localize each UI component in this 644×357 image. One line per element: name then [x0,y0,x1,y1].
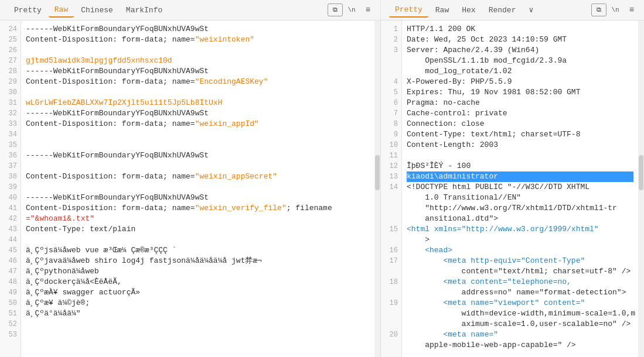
code-line: ä¸Çºdockerçä¼å<ÈëÅëÃ, [26,277,370,287]
tab-render-res[interactable]: Render [483,4,522,17]
line-number: 45 [0,245,21,256]
line-number: 29 [0,77,21,87]
code-line [26,161,370,171]
code-line: ------WebKitFormBoundaryYFoqBUNxhUVA9wSt [26,24,370,35]
line-number [381,193,401,203]
code-line: <!DOCTYPE html PUBLIC "-//W3C//DTD XHTML [407,182,633,193]
response-panel: Pretty Raw Hex Render ∨ ⧉ \n ≡ 123456789… [381,0,644,357]
code-line: Content-Type: text/html; charset=UTF-8 [407,129,633,140]
code-line: width=device-width,minimum-scale=1.0,m [407,308,633,319]
code-line: <head> [407,245,633,256]
line-number: 41 [0,203,21,214]
code-line: Content-Type: text/plain [26,224,370,235]
line-number: 40 [0,193,21,203]
tab-raw-req[interactable]: Raw [49,3,74,18]
line-number: 26 [0,45,21,56]
tab-chinese-req[interactable]: Chinese [75,4,119,17]
code-line [26,182,370,193]
line-number: 34 [0,129,21,140]
line-number [381,266,401,277]
line-number: 53 [0,329,21,340]
line-number: 39 [0,182,21,193]
line-number: 10 [381,140,401,150]
line-number [381,319,401,329]
line-number: 16 [381,245,401,256]
line-number: 43 [0,224,21,235]
copy-icon-req[interactable]: ⧉ [328,4,343,16]
line-number: 15 [381,224,401,235]
line-number [381,203,401,214]
tab-hex-res[interactable]: Hex [456,4,481,17]
wrap-icon-res[interactable]: \n [608,2,623,18]
line-number: 25 [0,35,21,45]
request-line-numbers: 2425262728293031323334353637383940414243… [0,20,21,357]
line-number: 5 [381,87,401,98]
tab-expand-res[interactable]: ∨ [523,3,539,17]
tab-raw-res[interactable]: Raw [430,4,455,17]
request-panel: Pretty Raw Chinese MarkInfo ⧉ \n ≡ 24252… [0,0,381,357]
line-number: 13 [381,171,401,182]
code-line [26,129,370,140]
tab-pretty-req[interactable]: Pretty [8,4,47,17]
code-line: Expires: Thu, 19 Nov 1981 08:52:00 GMT [407,87,633,98]
line-number: 38 [0,171,21,182]
line-number: 49 [0,287,21,298]
line-number: 20 [381,329,401,340]
menu-icon-res[interactable]: ≡ [624,2,639,18]
code-line: Cache-control: private [407,108,633,119]
request-code: ------WebKitFormBoundaryYFoqBUNxhUVA9wSt… [21,20,374,357]
request-header: Pretty Raw Chinese MarkInfo ⧉ \n ≡ [0,0,380,20]
code-line: ÎþÐS²ÎÈÝ - 100 [407,161,633,171]
code-line: <meta content="telephone=no, [407,277,633,287]
request-content-area: 2425262728293031323334353637383940414243… [0,20,380,357]
code-line: Content-Disposition: form-data; name="we… [26,119,370,129]
code-line: HTTP/1.1 200 OK [407,24,633,35]
code-line: ------WebKitFormBoundaryYFoqBUNxhUVA9wSt [26,150,370,161]
request-scrollbar[interactable] [374,20,380,357]
code-line: ------WebKitFormBoundaryYFoqBUNxhUVA9wSt [26,193,370,203]
code-line: Server: Apache/2.4.39 (Win64) [407,45,633,56]
response-code: HTTP/1.1 200 OKDate: Wed, 25 Oct 2023 14… [402,20,638,357]
line-number: 18 [381,277,401,287]
request-scrollbar-thumb[interactable] [375,155,380,190]
code-line: mod_log_rotate/1.02 [407,66,633,77]
line-number: 52 [0,319,21,329]
response-scrollbar-thumb[interactable] [639,155,643,190]
code-line: content="text/html; charset=utf-8" /> [407,266,633,277]
line-number: 51 [0,308,21,319]
line-number: 32 [0,108,21,119]
copy-icon-res[interactable]: ⧉ [591,4,606,16]
tab-pretty-res[interactable]: Pretty [389,3,428,18]
line-number: 46 [0,256,21,266]
code-line [26,319,370,329]
code-line: <meta http-equiv="Content-Type" [407,256,633,266]
line-number: 37 [0,161,21,171]
code-line: ä¸Çºä°ä¼åä¼" [26,308,370,319]
code-line: X-Powered-By: PHP/5.5.9 [407,77,633,87]
code-line: ="&whoami&.txt" [26,214,370,224]
code-line: ansitional.dtd"> [407,214,633,224]
code-line: apple-mobile-web-app-capable=" /> [407,340,633,351]
line-number: 24 [0,24,21,35]
code-line: Content-Disposition: form-data; name="we… [26,35,370,45]
tab-markinfo-req[interactable]: MarkInfo [120,4,168,17]
code-line [26,45,370,56]
response-line-numbers: 1234567891011121314151617181920 [381,20,402,357]
line-number [381,308,401,319]
line-number: 1 [381,24,401,35]
menu-icon-req[interactable]: ≡ [360,2,376,18]
response-scrollbar[interactable] [638,20,644,357]
code-line: "http://www.w3.org/TR/xhtml1/DTD/xhtml1-… [407,203,633,214]
code-line: Content-Disposition: form-data; name="En… [26,77,370,87]
line-number: 4 [381,77,401,87]
line-number: 47 [0,266,21,277]
code-line: ä¸ÇºæÀ¥ swagger actuorçÃ» [26,287,370,298]
response-header: Pretty Raw Hex Render ∨ ⧉ \n ≡ [381,0,644,20]
line-number: 12 [381,161,401,171]
line-number: 7 [381,108,401,119]
code-line: address=no" name="format-detection"> [407,287,633,298]
line-number: 48 [0,277,21,287]
code-line: OpenSSL/1.1.1b mod_fcgid/2.3.9a [407,56,633,66]
line-number: 27 [0,56,21,66]
wrap-icon-req[interactable]: \n [344,2,359,18]
